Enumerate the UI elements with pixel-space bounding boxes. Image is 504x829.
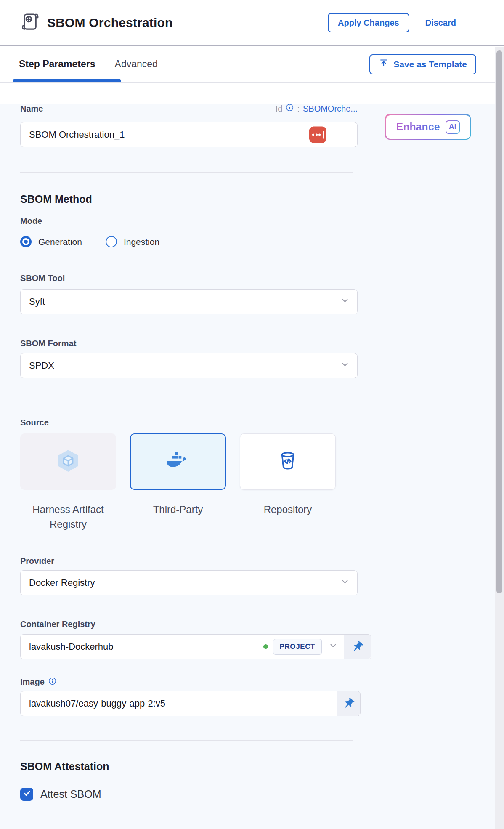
ai-badge-icon: AI [446,120,460,134]
tab-step-parameters[interactable]: Step Parameters [19,58,95,70]
sbom-format-select[interactable]: SPDX [20,353,358,378]
scrollbar-track[interactable] [495,47,504,829]
info-icon[interactable] [48,677,56,687]
mode-label: Mode [20,216,504,226]
sbom-format-value: SPDX [29,360,54,371]
name-input-value: SBOM Orchestration_1 [29,129,125,140]
apply-changes-button[interactable]: Apply Changes [328,13,409,32]
attest-sbom-row: Attest SBOM [20,788,504,801]
tab-advanced[interactable]: Advanced [115,58,158,70]
radio-generation[interactable]: Generation [20,236,82,247]
image-input-value: lavakush07/easy-buggy-app-2:v5 [29,698,337,709]
source-card-harness-artifact-registry[interactable] [20,433,116,490]
mode-radio-group: Generation Ingestion [20,236,504,247]
source-option-harness-artifact-registry: Harness Artifact Registry [20,433,116,532]
step-config-panel: SBOM Orchestration Apply Changes Discard… [0,0,504,829]
chevron-down-icon [340,360,350,372]
sbom-attestation-heading: SBOM Attestation [20,760,504,773]
upload-icon [379,58,389,70]
step-parameters-content: Enhance AI Name Id : SBOMOrche... SBOM O… [0,104,504,829]
image-input[interactable]: lavakush07/easy-buggy-app-2:v5 [20,691,361,716]
name-input[interactable]: SBOM Orchestration_1 [20,122,358,147]
provider-value: Docker Registry [29,577,95,588]
image-label-row: Image [20,677,504,687]
radio-unselected-icon [106,236,117,247]
source-card-label: Repository [264,502,312,517]
connector-status-dot [263,644,268,649]
name-label-row: Name Id : SBOMOrche... [20,104,358,114]
step-id-value[interactable]: SBOMOrche... [303,104,358,114]
attest-sbom-checkbox[interactable] [20,788,33,801]
sbom-tool-label: SBOM Tool [20,274,504,283]
tab-bar: Step Parameters Advanced Save as Templat… [0,46,504,83]
container-registry-select[interactable]: lavakush-Dockerhub PROJECT [20,634,371,659]
enhance-label: Enhance [396,121,440,133]
provider-select[interactable]: Docker Registry [20,570,358,595]
enhance-ai-button[interactable]: Enhance AI [385,114,471,140]
discard-button[interactable]: Discard [425,18,456,28]
pushpin-icon[interactable] [344,635,371,659]
active-tab-underline [13,79,121,82]
page-title: SBOM Orchestration [47,16,173,30]
source-card-label: Harness Artifact Registry [20,502,116,532]
scrollbar-thumb[interactable] [496,50,502,593]
source-cards: Harness Artifact Registry [20,433,504,532]
radio-ingestion[interactable]: Ingestion [106,236,159,247]
image-label: Image [20,677,45,687]
pushpin-icon[interactable] [337,691,360,716]
info-icon[interactable] [286,104,294,114]
source-card-label: Third-Party [153,502,203,517]
scope-badge: PROJECT [273,639,322,655]
container-registry-value: lavakush-Dockerhub [29,641,263,652]
name-label: Name [20,104,43,114]
sbom-method-heading: SBOM Method [20,193,504,205]
sbom-tool-value: Syft [29,296,45,307]
id-colon: : [297,104,300,114]
sbom-format-label: SBOM Format [20,339,504,348]
repository-icon [277,450,298,473]
id-label: Id [276,104,283,114]
attest-sbom-label: Attest SBOM [40,788,101,800]
source-card-repository[interactable] [240,433,336,490]
step-id-group: Id : SBOMOrche... [276,104,358,114]
header: SBOM Orchestration Apply Changes Discard [0,0,504,46]
harness-artifact-registry-icon [57,449,80,475]
divider [20,172,353,173]
sbom-tool-select[interactable]: Syft [20,289,358,314]
source-option-repository: Repository [240,433,336,532]
container-registry-label: Container Registry [20,619,504,629]
radio-selected-icon [20,236,32,247]
save-as-template-label: Save as Template [393,59,467,69]
docker-whale-icon [166,451,190,472]
chevron-down-icon[interactable] [329,641,338,653]
divider [20,401,353,401]
check-icon [22,789,32,800]
save-as-template-button[interactable]: Save as Template [369,54,476,74]
provider-label: Provider [20,556,504,566]
chevron-down-icon [340,577,350,589]
divider [20,740,353,741]
scroll-plus-icon [20,11,40,34]
chevron-down-icon [340,296,350,308]
source-card-third-party[interactable] [130,433,226,490]
source-label: Source [20,418,504,428]
fixed-value-dots-icon[interactable] [309,127,326,143]
source-option-third-party: Third-Party [130,433,226,532]
